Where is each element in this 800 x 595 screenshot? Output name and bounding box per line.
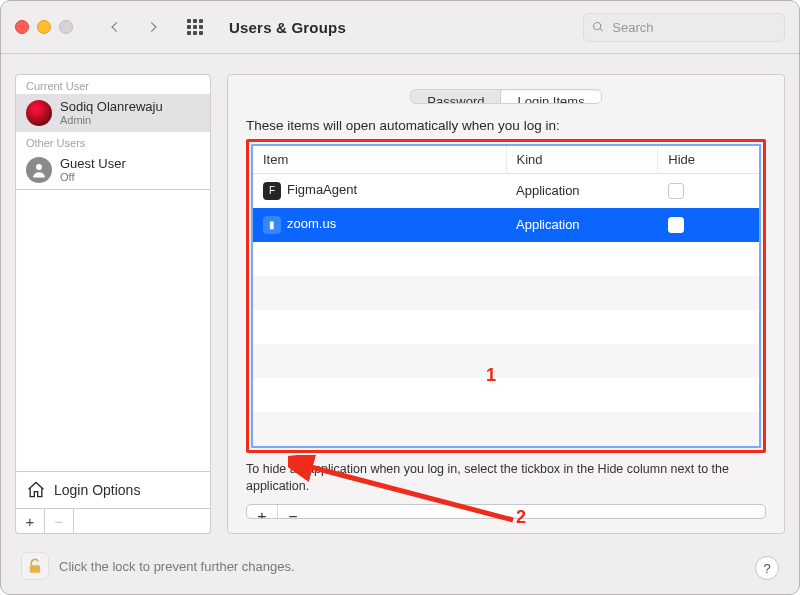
sidebar: Current User Sodiq Olanrewaju Admin Othe… <box>15 74 211 534</box>
login-options-button[interactable]: Login Options <box>15 471 211 509</box>
item-name: zoom.us <box>287 216 336 231</box>
user-list: Current User Sodiq Olanrewaju Admin Othe… <box>15 74 211 190</box>
search-input[interactable] <box>610 19 776 36</box>
app-icon: ▮ <box>263 216 281 234</box>
lock-row: Click the lock to prevent further change… <box>21 552 295 580</box>
help-button[interactable]: ? <box>755 556 779 580</box>
login-items-table-wrap: Item Kind Hide FFigmaAgent Application <box>251 144 761 448</box>
spacer <box>74 509 210 533</box>
app-icon: F <box>263 182 281 200</box>
svg-point-0 <box>36 164 42 170</box>
user-role: Admin <box>60 114 163 126</box>
tab-password[interactable]: Password <box>411 90 501 103</box>
main-panel: Password Login Items These items will op… <box>227 74 785 534</box>
content-area: Current User Sodiq Olanrewaju Admin Othe… <box>15 74 785 534</box>
hint-text: To hide an application when you log in, … <box>246 461 766 496</box>
sidebar-user-current[interactable]: Sodiq Olanrewaju Admin <box>16 94 210 132</box>
section-other-users: Other Users <box>16 132 210 151</box>
home-icon <box>26 480 46 500</box>
lock-button[interactable] <box>21 552 49 580</box>
sidebar-user-guest[interactable]: Guest User Off <box>16 151 210 189</box>
back-button[interactable] <box>101 13 129 41</box>
col-item[interactable]: Item <box>253 146 506 174</box>
show-all-icon[interactable] <box>181 13 209 41</box>
add-user-button[interactable]: + <box>16 509 45 533</box>
hide-checkbox[interactable] <box>668 217 684 233</box>
remove-user-button: − <box>45 509 74 533</box>
remove-item-button[interactable]: − <box>278 505 308 519</box>
window-controls <box>15 20 73 34</box>
table-row[interactable]: FFigmaAgent Application <box>253 173 759 208</box>
user-name: Guest User <box>60 157 126 171</box>
user-add-remove: + − <box>15 509 211 534</box>
close-icon[interactable] <box>15 20 29 34</box>
svg-rect-2 <box>30 565 41 573</box>
avatar <box>26 157 52 183</box>
col-kind[interactable]: Kind <box>506 146 658 174</box>
search-icon <box>592 20 604 34</box>
tab-login-items[interactable]: Login Items <box>501 90 600 103</box>
table-row[interactable]: ▮zoom.us Application <box>253 208 759 242</box>
item-name: FigmaAgent <box>287 182 357 197</box>
sidebar-spacer <box>15 190 211 471</box>
lock-text: Click the lock to prevent further change… <box>59 559 295 574</box>
item-kind: Application <box>506 173 658 208</box>
intro-text: These items will open automatically when… <box>246 118 766 133</box>
item-add-remove: + − <box>246 504 766 519</box>
annotation-box-1: Item Kind Hide FFigmaAgent Application <box>246 139 766 453</box>
unlock-icon <box>26 557 44 575</box>
tab-bar: Password Login Items <box>410 89 601 104</box>
avatar <box>26 100 52 126</box>
toolbar: Users & Groups <box>1 1 799 54</box>
login-items-table[interactable]: Item Kind Hide FFigmaAgent Application <box>253 146 759 446</box>
col-hide[interactable]: Hide <box>658 146 759 174</box>
hide-checkbox[interactable] <box>668 183 684 199</box>
zoom-icon[interactable] <box>59 20 73 34</box>
user-role: Off <box>60 171 126 183</box>
prefs-window: Users & Groups Current User Sodiq Olanre… <box>0 0 800 595</box>
page-title: Users & Groups <box>229 19 346 36</box>
section-current-user: Current User <box>16 75 210 94</box>
minimize-icon[interactable] <box>37 20 51 34</box>
user-name: Sodiq Olanrewaju <box>60 100 163 114</box>
forward-button[interactable] <box>139 13 167 41</box>
add-item-button[interactable]: + <box>247 505 278 519</box>
item-kind: Application <box>506 208 658 242</box>
search-field[interactable] <box>583 13 785 42</box>
login-options-label: Login Options <box>54 482 140 498</box>
